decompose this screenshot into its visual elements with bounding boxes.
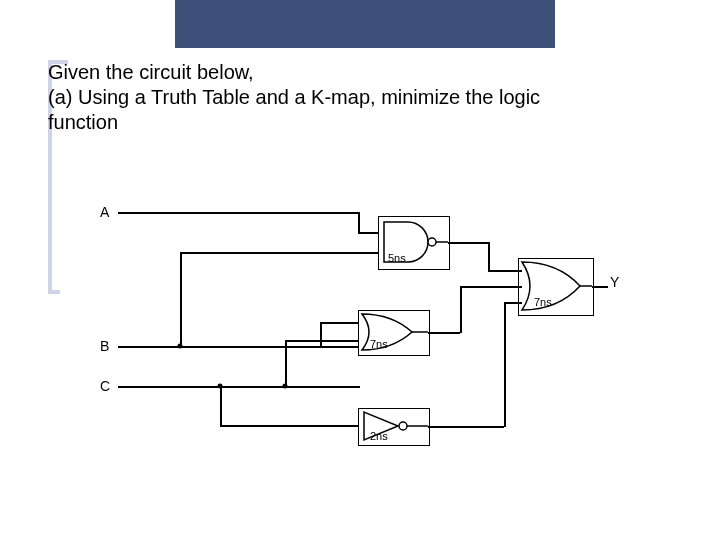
wire-not-out-v: [504, 302, 506, 427]
wire-nand-out-v: [488, 242, 490, 270]
wire-not-out-h1: [428, 426, 504, 428]
nand-delay-label: 5ns: [388, 252, 406, 264]
wire-b-to-or-top-h: [320, 322, 360, 324]
wire-ormid-out-h1: [428, 332, 460, 334]
wire-a-drop: [358, 212, 360, 232]
wire-ormid-out-h2: [460, 286, 522, 288]
prompt-line-3: function: [48, 110, 688, 135]
question-prompt: Given the circuit below, (a) Using a Tru…: [48, 60, 688, 135]
wire-output-y: [592, 286, 608, 288]
wire-b-to-nand: [180, 252, 380, 254]
logic-circuit-diagram: A B C Y 5ns 7ns 2ns: [100, 210, 660, 470]
output-label-y: Y: [610, 274, 619, 290]
svg-point-3: [399, 422, 407, 430]
wire-c-to-not-v: [220, 386, 222, 426]
input-label-b: B: [100, 338, 109, 354]
or-out-gate-icon: [518, 258, 592, 314]
wire-b-to-or-top: [320, 322, 322, 347]
junction-c2: [218, 384, 223, 389]
not-gate-icon: [358, 408, 428, 444]
not-delay-label: 2ns: [370, 430, 388, 442]
svg-point-0: [428, 238, 436, 246]
wire-c-to-not-h: [220, 425, 360, 427]
wire-nand-out-h1: [448, 242, 488, 244]
junction-c1: [283, 384, 288, 389]
wire-b-main: [118, 346, 360, 348]
wire-a-to-nand: [358, 232, 380, 234]
input-label-a: A: [100, 204, 109, 220]
slide-left-rule-bottom: [48, 290, 60, 294]
or-out-delay-label: 7ns: [534, 296, 552, 308]
or-mid-delay-label: 7ns: [370, 338, 388, 350]
or-mid-gate-icon: [358, 310, 428, 354]
wire-a-main: [118, 212, 360, 214]
prompt-line-2: (a) Using a Truth Table and a K-map, min…: [48, 85, 688, 110]
wire-not-out-h2: [504, 302, 522, 304]
wire-c-to-or-bot-v: [285, 340, 287, 387]
prompt-line-1: Given the circuit below,: [48, 60, 688, 85]
wire-nand-out-h2: [488, 270, 522, 272]
slide-header-bar: [175, 0, 555, 48]
wire-c-main: [118, 386, 360, 388]
wire-c-to-or-bot-h: [285, 340, 360, 342]
junction-b: [178, 344, 183, 349]
wire-b-tap-up: [180, 252, 182, 347]
wire-ormid-out-v: [460, 286, 462, 333]
input-label-c: C: [100, 378, 110, 394]
